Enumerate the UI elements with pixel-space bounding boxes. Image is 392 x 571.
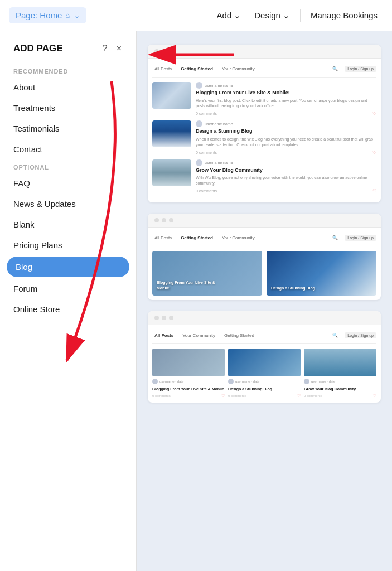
grid-item-2: Design a Stunning Blog xyxy=(267,251,376,296)
col-avatar-2 xyxy=(228,379,234,384)
post-footer-2: 0 comments ♡ xyxy=(196,150,376,155)
card-dots-1 xyxy=(148,45,381,59)
col-author-row-1: username · date xyxy=(152,379,225,384)
blog-post-item-1: username name Blogging From Your Live Si… xyxy=(152,82,376,116)
heart-icon-3: ♡ xyxy=(372,188,376,193)
post-excerpt-2: When it comes to design, the Wix Blog ha… xyxy=(196,137,376,148)
close-button[interactable]: × xyxy=(115,42,123,55)
preview-card-3: All Posts Your Community Getting Started… xyxy=(148,311,381,403)
comment-link-1: 0 comments xyxy=(196,112,217,115)
post-excerpt-3: With Wix Blog, you're not only sharing y… xyxy=(196,175,376,186)
tab-community-2: Your Community xyxy=(220,234,257,241)
blog-nav-bar-1: All Posts Getting Started Your Community… xyxy=(152,63,376,78)
author-name-2: username name xyxy=(205,122,233,126)
menu-item-pricing-plans[interactable]: Pricing Plans xyxy=(0,235,136,255)
menu-item-blog[interactable]: Blog xyxy=(7,257,129,277)
manage-bookings-button[interactable]: Manage Bookings xyxy=(305,7,383,23)
col-thumb-img-3 xyxy=(304,349,376,376)
left-panel: ADD PAGE ? × RECOMMENDED About Treatment… xyxy=(0,31,137,571)
tab-community-3: Your Community xyxy=(180,332,217,339)
author-row-3: username name xyxy=(196,159,376,166)
blog-nav-tabs-3: All Posts Your Community Getting Started xyxy=(152,332,257,339)
col-heart-2: ♡ xyxy=(297,394,301,398)
tab-community-1: Your Community xyxy=(220,65,257,72)
comment-link-3: 0 comments xyxy=(196,189,217,193)
tab-getting-started-1: Getting Started xyxy=(178,65,215,72)
col-thumb-img-2 xyxy=(228,349,301,376)
blog-grid-2: Blogging From Your Live Site &Mobile! De… xyxy=(152,251,376,296)
col-author-2: username · date xyxy=(235,380,259,383)
author-avatar-1 xyxy=(196,82,202,89)
design-menu-button[interactable]: Design ⌄ xyxy=(249,7,296,24)
dot-green xyxy=(169,49,173,54)
top-nav: Add ⌄ Design ⌄ Manage Bookings xyxy=(211,7,384,24)
menu-item-treatments[interactable]: Treatments xyxy=(0,98,136,118)
thumb-image-3 xyxy=(152,159,191,186)
add-menu-button[interactable]: Add ⌄ xyxy=(211,7,247,24)
post-footer-3: 0 comments ♡ xyxy=(196,188,376,193)
menu-item-testimonials[interactable]: Testimonials xyxy=(0,118,136,139)
login-btn-1: Login / Sign up xyxy=(345,66,376,72)
col-thumb-3-wrap xyxy=(304,349,376,376)
menu-item-blank[interactable]: Blank xyxy=(0,214,136,235)
menu-item-faq[interactable]: FAQ xyxy=(0,173,136,193)
menu-item-news-updates[interactable]: News & Updates xyxy=(0,193,136,214)
col-title-3: Grow Your Blog Community xyxy=(304,386,376,391)
search-icon-3: 🔍 xyxy=(332,333,338,338)
heart-icon-1: ♡ xyxy=(372,111,376,116)
menu-item-about[interactable]: About xyxy=(0,77,136,98)
post-content-3: username name Grow Your Blog Community W… xyxy=(196,159,376,193)
dot-red xyxy=(154,49,159,54)
page-selector-text: Page: Home xyxy=(16,11,62,20)
post-title-2: Design a Stunning Blog xyxy=(196,128,376,135)
menu-item-forum[interactable]: Forum xyxy=(0,278,136,299)
tab-getting-started-3: Getting Started xyxy=(222,332,257,339)
blog-three-col: username · date Blogging From Your Live … xyxy=(152,349,376,398)
col-footer-1: 0 comments ♡ xyxy=(152,394,225,398)
col-author-3: username · date xyxy=(311,380,335,383)
col-author-row-2: username · date xyxy=(228,379,301,384)
col-heart-1: ♡ xyxy=(221,394,225,398)
recommended-label: RECOMMENDED xyxy=(0,64,136,77)
dot-red-3 xyxy=(154,316,159,320)
dot-yellow-2 xyxy=(162,218,166,222)
grid-item-1: Blogging From Your Live Site &Mobile! xyxy=(152,251,262,296)
card-3-inner: All Posts Your Community Getting Started… xyxy=(148,325,381,403)
col-item-1: username · date Blogging From Your Live … xyxy=(152,349,225,398)
post-content-2: username name Design a Stunning Blog Whe… xyxy=(196,120,376,154)
search-icon-2: 🔍 xyxy=(332,235,338,240)
author-avatar-2 xyxy=(196,120,202,127)
blog-post-item-3: username name Grow Your Blog Community W… xyxy=(152,159,376,193)
dot-green-3 xyxy=(169,316,173,320)
blog-post-item-2: username name Design a Stunning Blog Whe… xyxy=(152,120,376,154)
search-icon-1: 🔍 xyxy=(332,66,338,71)
page-selector[interactable]: Page: Home ⌂ ⌄ xyxy=(9,7,86,23)
menu-item-online-store[interactable]: Online Store xyxy=(0,299,136,320)
login-btn-2: Login / Sign up xyxy=(345,235,376,241)
col-avatar-3 xyxy=(304,379,309,384)
comment-link-2: 0 comments xyxy=(196,151,217,154)
home-icon: ⌂ xyxy=(65,11,70,20)
main-content: ADD PAGE ? × RECOMMENDED About Treatment… xyxy=(0,31,392,571)
author-avatar-3 xyxy=(196,159,202,166)
right-panel[interactable]: All Posts Getting Started Your Community… xyxy=(137,31,392,571)
post-thumb-2 xyxy=(152,120,191,147)
grid-overlay-text-2: Design a Stunning Blog xyxy=(271,286,315,291)
col-thumb-2-wrap xyxy=(228,349,301,376)
optional-label: OPTIONAL xyxy=(0,159,136,173)
col-thumb-img-1 xyxy=(152,349,225,376)
design-chevron-icon: ⌄ xyxy=(283,11,290,21)
post-thumb-1 xyxy=(152,82,191,109)
post-content-1: username name Blogging From Your Live Si… xyxy=(196,82,376,116)
blog-nav-bar-3: All Posts Your Community Getting Started… xyxy=(152,330,376,344)
menu-item-contact[interactable]: Contact xyxy=(0,139,136,159)
blog-nav-bar-2: All Posts Getting Started Your Community… xyxy=(152,232,376,246)
dot-red-2 xyxy=(154,218,159,222)
col-author-1: username · date xyxy=(159,380,183,383)
blog-nav-tabs-1: All Posts Getting Started Your Community xyxy=(152,65,257,72)
nav-separator xyxy=(300,9,301,22)
author-name-1: username name xyxy=(205,84,233,88)
col-item-3: username · date Grow Your Blog Community… xyxy=(304,349,376,398)
dot-yellow-3 xyxy=(162,316,166,320)
help-button[interactable]: ? xyxy=(101,42,109,55)
